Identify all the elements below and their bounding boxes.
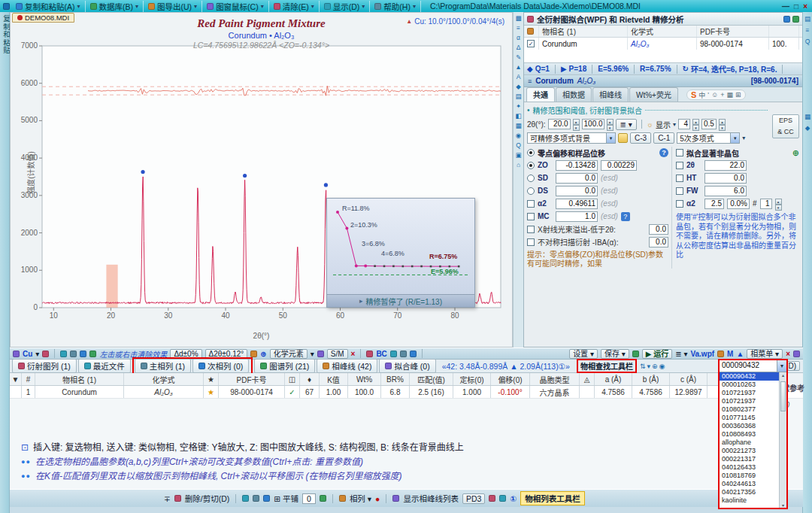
eps-cc-button[interactable]: EPS & CC	[772, 114, 799, 138]
search-tool-icon[interactable]: ⇅	[640, 363, 646, 370]
chart-tool-icon[interactable]: ◆	[514, 83, 523, 90]
copy-icon[interactable]	[489, 495, 495, 502]
toolbar-item[interactable]: 相列 ▾	[350, 493, 371, 504]
dropdown-item[interactable]: 010802377	[720, 405, 779, 414]
toolbar-item[interactable]: ▾	[35, 350, 39, 358]
chart-tool-icon[interactable]: ✎	[514, 53, 523, 61]
param-value-input[interactable]: 1.0	[556, 211, 598, 222]
dropdown-item[interactable]: 010721937	[720, 389, 779, 397]
chart-tool-icon[interactable]: ✦	[514, 102, 523, 110]
amorph-value-input[interactable]: 0.0	[704, 173, 747, 184]
col-header-a (Å)[interactable]: a (Å)	[595, 373, 632, 385]
dock-tool-icon[interactable]: Q	[803, 38, 812, 45]
col-header-#[interactable]: #	[22, 373, 35, 385]
toolbar-item[interactable]: 0	[302, 493, 316, 504]
dropdown-item[interactable]: 040126433	[720, 463, 779, 472]
tab-拟合峰 (0)[interactable]: 拟合峰 (0)	[379, 359, 435, 373]
option-checkbox[interactable]	[527, 226, 535, 233]
toolbar-item[interactable]: 物相列表工具栏	[520, 491, 585, 505]
cell-◫[interactable]: ✓	[285, 386, 300, 398]
ime-icon[interactable]: '	[707, 91, 709, 99]
phase-search-list[interactable]: 0000904320000102630107219370107219370108…	[720, 372, 786, 508]
toolbar-item[interactable]: ×	[786, 350, 790, 358]
dock-tool-icon[interactable]: ▤	[803, 15, 812, 23]
display-count-input[interactable]: 4	[678, 119, 690, 129]
ime-toolbar[interactable]: S中'☺+▦⊞	[686, 90, 746, 100]
cell-♦[interactable]: 67	[300, 386, 320, 398]
radio-DS[interactable]	[527, 187, 535, 195]
option-value-input[interactable]: 0.0	[649, 224, 668, 235]
dropdown-item[interactable]: 000221273	[720, 447, 779, 455]
dropdown-item[interactable]: 010771145	[720, 414, 779, 422]
col-header-K值[interactable]: K值	[320, 373, 348, 385]
amorph-value-input[interactable]: 6.0	[704, 186, 747, 196]
toolbar-item[interactable]: ▶ 运行	[642, 349, 672, 359]
col-header-Wt%[interactable]: Wt%	[348, 373, 381, 385]
tab-相峰线[interactable]: 相峰线	[592, 87, 629, 102]
cell-K值[interactable]: 1.00	[320, 386, 348, 398]
wt-percent-cell[interactable]: 100.	[769, 38, 799, 50]
param-value-input[interactable]: 0.0	[556, 173, 598, 184]
gear-icon[interactable]	[42, 351, 49, 357]
left-dock-strip[interactable]: 复制和粘贴	[0, 12, 10, 513]
col-header-b (Å)[interactable]: b (Å)	[632, 373, 670, 385]
ime-icon[interactable]: 中	[698, 90, 705, 100]
chart-tool-icon[interactable]: α	[514, 34, 523, 41]
toolbar-item[interactable]: 设置 ▾	[569, 349, 598, 359]
chart-tool-icon[interactable]: ▩	[514, 14, 523, 22]
col-header-▼[interactable]: ▼	[10, 373, 22, 385]
close-button[interactable]: ×	[803, 2, 807, 11]
scrollbar[interactable]: ▴▾	[779, 372, 786, 508]
checkbox-2θ[interactable]	[676, 162, 683, 169]
phase-section-header[interactable]: ≡ Corundum Al₂O₃ [98-000-0174]	[524, 75, 802, 87]
toolbar-item[interactable]: ⊕	[260, 350, 266, 358]
toolbar-item[interactable]: ▾	[311, 350, 314, 358]
dropdown-item[interactable]: 010808493	[720, 430, 779, 439]
param-value-input[interactable]: -0.13428	[556, 160, 598, 171]
chart-tool-icon[interactable]: ▲	[514, 63, 523, 71]
dropdown-item[interactable]: 000360368	[720, 422, 779, 430]
scissors-icon[interactable]	[174, 495, 181, 502]
chart-tool-icon[interactable]: ◉	[514, 132, 523, 139]
chart-tool-icon[interactable]: Δ	[514, 44, 523, 51]
ime-icon[interactable]: ☺	[711, 91, 718, 99]
search-tool-icon[interactable]: ◉	[659, 363, 665, 370]
cell-BR%[interactable]: 6.8	[381, 386, 410, 398]
toolbar-item[interactable]: ●	[375, 494, 380, 503]
phase-table-row[interactable]: 1CorundumAl₂O₃★98-000-0174✓671.00100.06.…	[10, 386, 803, 399]
cell-▼[interactable]	[10, 386, 22, 398]
edit-icon[interactable]	[250, 351, 257, 357]
window-icon[interactable]	[242, 495, 249, 502]
cell-偏移(0)[interactable]: -0.100°	[491, 386, 530, 398]
amorph-value-input[interactable]: 22.0	[704, 160, 747, 171]
ime-icon[interactable]: ▦	[727, 91, 734, 99]
tab-图谱列 (21)[interactable]: 图谱列 (21)	[254, 359, 315, 373]
dropdown-item[interactable]: kaolinite	[720, 496, 779, 505]
chart-tool-icon[interactable]: ⌂	[514, 161, 523, 168]
col-header-c (Å)[interactable]: c (Å)	[670, 373, 707, 385]
magnet-icon[interactable]	[400, 351, 407, 357]
add-icon[interactable]: ⊕	[792, 148, 799, 158]
menu-item-1[interactable]: 复制和粘贴(A)▾	[11, 1, 86, 12]
toolbar-item[interactable]: S/M	[327, 349, 348, 359]
chart-tool-icon[interactable]: ▦	[514, 122, 523, 129]
toolbar-item[interactable]: BC	[376, 350, 386, 358]
dropdown-item[interactable]: 010818769	[720, 472, 779, 480]
toolbar-item[interactable]: PD3	[462, 493, 485, 504]
maximize-button[interactable]: □	[794, 2, 798, 11]
tab-共通[interactable]: 共通	[526, 87, 555, 102]
help-icon[interactable]: ?	[659, 148, 668, 157]
toolbar-item[interactable]: M	[727, 350, 733, 358]
panel-tool-icon[interactable]	[783, 16, 790, 23]
toolbar-item[interactable]: ∓	[164, 494, 171, 503]
menu-item-5[interactable]: 清除(E)▾	[269, 1, 320, 12]
phase-table-header[interactable]: ▼#物相名 (1)化学式★PDF卡号◫♦K值Wt%BR%匹配(值)定标(0)偏移…	[10, 373, 803, 386]
chart-tool-icon[interactable]: Q	[514, 141, 523, 149]
hump-count-input[interactable]: 1	[760, 199, 772, 209]
radio-ZO[interactable]	[527, 162, 535, 169]
radio-SD[interactable]	[527, 175, 535, 182]
col-header-定标(0)[interactable]: 定标(0)	[453, 373, 491, 385]
monitor-icon[interactable]	[392, 495, 399, 502]
pdf-number-cell[interactable]: 98-000-0174	[697, 38, 769, 50]
cell-★[interactable]: ★	[204, 386, 219, 398]
